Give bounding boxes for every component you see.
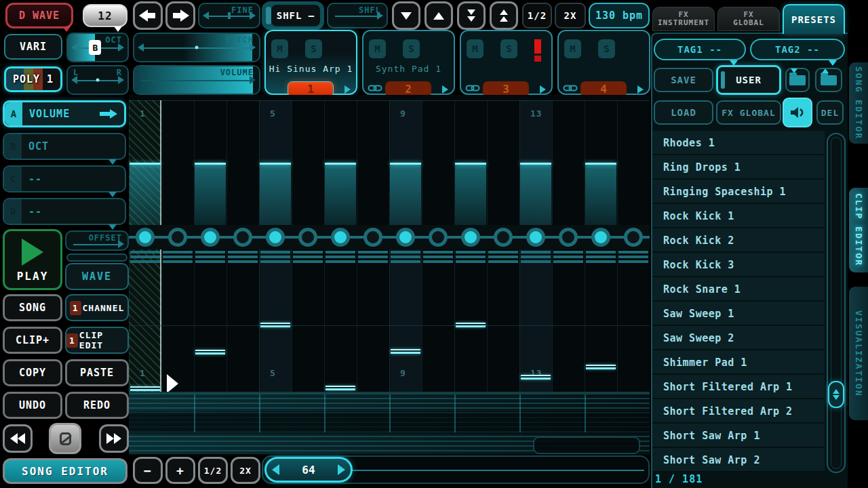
oct-marker[interactable]: B <box>89 40 101 55</box>
step-dashes-15[interactable] <box>586 251 616 265</box>
step-dot-8[interactable] <box>363 228 382 247</box>
folder-prev-button[interactable] <box>785 68 810 92</box>
link-icon[interactable] <box>563 83 578 96</box>
link-icon[interactable] <box>368 83 382 96</box>
mute-button[interactable]: M <box>467 39 484 58</box>
tag2-dropdown-icon[interactable] <box>829 60 837 66</box>
step-dot-9[interactable] <box>396 228 415 247</box>
step-dashes-11[interactable] <box>456 251 486 265</box>
tab-presets[interactable]: PRESETS <box>783 4 845 34</box>
load-button[interactable]: LOAD <box>654 100 713 125</box>
grid-zoom-in-button[interactable]: + <box>165 457 195 484</box>
wave-view-button[interactable]: WAVE <box>65 263 129 290</box>
octave-double-up-button[interactable] <box>490 1 518 30</box>
step-dashes-2[interactable] <box>163 251 193 265</box>
wave-select-button[interactable]: D WAVE <box>5 3 73 28</box>
nav-right-button[interactable] <box>165 1 195 30</box>
tag1-dropdown[interactable]: TAG1 -- <box>654 39 746 60</box>
macro-slot-d[interactable]: D-- <box>3 198 126 225</box>
wave-select-dropdown-icon[interactable] <box>62 26 71 32</box>
macro-slot-a[interactable]: AVOLUME <box>3 100 126 127</box>
length-decrement-icon[interactable] <box>272 464 279 475</box>
preset-list-item[interactable]: Rhodes 1 <box>652 131 825 155</box>
preset-list-item[interactable]: Short Filtered Arp 1 <box>652 375 825 399</box>
length-increment-icon[interactable] <box>338 464 345 475</box>
macro-dropdown-icon[interactable] <box>108 192 117 197</box>
channel-forward-icon[interactable] <box>637 85 644 94</box>
step-dot-2[interactable] <box>168 228 187 247</box>
macro-slot-c[interactable]: C-- <box>3 165 126 192</box>
channel-header-1[interactable]: MSHi Sinus Arp 11 <box>264 30 357 95</box>
tempo-double-button[interactable]: 2X <box>555 3 586 28</box>
step-dot-6[interactable] <box>298 228 317 247</box>
mute-button[interactable]: M <box>271 39 288 58</box>
preset-list-item[interactable]: Short Saw Arp 1 <box>652 424 825 448</box>
preset-list-item[interactable]: Saw Sweep 2 <box>652 326 825 350</box>
step-dashes-5[interactable] <box>260 251 290 265</box>
bpm-button[interactable]: 130 bpm <box>589 3 650 28</box>
voice-count-dropdown-icon[interactable] <box>114 26 122 32</box>
shuffle-slider[interactable]: SHFL <box>327 3 388 28</box>
clip-length-stepper[interactable]: 64 <box>264 457 353 483</box>
octave-double-down-button[interactable] <box>457 1 486 30</box>
delete-preset-button[interactable]: DEL <box>816 100 844 125</box>
octave-down-button[interactable] <box>392 1 420 30</box>
preset-list-item[interactable]: Rock Snare 1 <box>652 277 825 302</box>
step-dot-3[interactable] <box>201 228 220 247</box>
step-dashes-3[interactable] <box>195 251 225 265</box>
length-double-button[interactable]: 2X <box>231 457 260 484</box>
preview-button[interactable] <box>783 98 812 127</box>
fx-global-include-button[interactable]: FX GLOBAL <box>716 100 781 125</box>
link-icon[interactable] <box>465 83 480 96</box>
preset-list-item[interactable]: Short Filtered Arp 2 <box>652 399 825 424</box>
macro-dropdown-icon[interactable] <box>108 159 117 165</box>
grid-zoom-out-button[interactable]: − <box>133 457 163 484</box>
note-step-1[interactable] <box>130 386 160 391</box>
song-editor-button[interactable]: SONG EDITOR <box>3 458 127 484</box>
volume-level-line-step-9[interactable] <box>390 163 421 165</box>
save-button[interactable]: SAVE <box>654 68 713 92</box>
clip-editor-grid[interactable]: 1155991313 <box>129 95 650 455</box>
step-dashes-8[interactable] <box>358 251 388 265</box>
note-step-13[interactable] <box>521 375 551 380</box>
channel-forward-icon[interactable] <box>442 85 448 94</box>
clip-overview[interactable] <box>129 392 650 454</box>
step-dot-13[interactable] <box>526 228 545 247</box>
pan-slider[interactable]: L R <box>66 65 129 95</box>
preset-list-item[interactable]: Short Saw Arp 2 <box>652 448 825 472</box>
step-dashes-9[interactable] <box>391 251 420 265</box>
step-dot-14[interactable] <box>559 228 578 247</box>
step-dashes-6[interactable] <box>293 251 323 265</box>
volume-level-line-step-1[interactable] <box>130 163 161 165</box>
solo-button[interactable]: S <box>598 39 615 58</box>
tempo-half-button[interactable]: 1/2 <box>522 3 552 28</box>
mute-button[interactable]: M <box>564 39 581 58</box>
volume-level-line-step-11[interactable] <box>455 163 486 165</box>
octave-up-button[interactable] <box>425 1 453 30</box>
pitch-slider[interactable]: PITCH <box>133 33 260 62</box>
preset-list-item[interactable]: Shimmer Pad 1 <box>652 350 825 375</box>
undo-button[interactable]: UNDO <box>3 392 62 419</box>
macro-slot-b[interactable]: BOCT <box>3 133 126 160</box>
paste-button[interactable]: PASTE <box>65 359 129 386</box>
note-step-15[interactable] <box>586 365 616 369</box>
shuffle-button[interactable]: SHFL – <box>262 1 324 30</box>
mute-button[interactable]: M <box>369 39 386 58</box>
solo-button[interactable]: S <box>305 39 322 58</box>
note-step-11[interactable] <box>456 323 486 327</box>
step-dot-7[interactable] <box>331 228 350 247</box>
step-dashes-12[interactable] <box>488 251 518 265</box>
fast-forward-button[interactable] <box>99 424 129 453</box>
offset-slider[interactable]: OFFSET <box>65 230 129 251</box>
overview-viewport-box[interactable] <box>533 436 640 454</box>
preset-scrollbar-handle[interactable] <box>828 381 844 408</box>
vari-button[interactable]: VARI <box>4 34 62 60</box>
redo-button[interactable]: REDO <box>65 392 129 419</box>
channel-button[interactable]: 1 CHANNEL <box>65 294 129 321</box>
tag2-dropdown[interactable]: TAG2 -- <box>750 39 845 60</box>
volume-slider[interactable]: VOLUME <box>133 65 260 95</box>
length-half-button[interactable]: 1/2 <box>198 457 228 484</box>
vtab-visualization[interactable]: VISUALIZATION <box>849 287 868 420</box>
play-button[interactable]: PLAY <box>3 229 62 290</box>
tab-fx-global[interactable]: FX GLOBAL <box>717 7 780 31</box>
